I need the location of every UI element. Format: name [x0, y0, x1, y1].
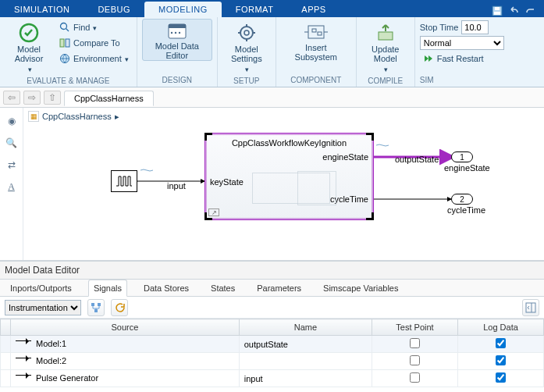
canvas[interactable]: ▦ CppClassHarness ▸ input CppClassWorkfl…: [23, 108, 544, 260]
group-caption-setup: SETUP: [222, 75, 271, 87]
simulation-mode-select[interactable]: Normal: [420, 36, 504, 50]
tab-debug[interactable]: DEBUG: [84, 2, 144, 17]
tab-modeling[interactable]: MODELING: [144, 2, 222, 17]
canvas-area: ◉ 🔍 ⇄ A ▦ CppClassHarness ▸ input: [0, 108, 544, 261]
mde-tab-inports[interactable]: Inports/Outports: [5, 280, 77, 297]
col-logdata[interactable]: Log Data: [458, 319, 544, 336]
group-setup: Model Settings SETUP: [218, 17, 276, 87]
table-row[interactable]: Model:1outputState: [1, 336, 544, 353]
port-keystate-label: keyState: [210, 177, 244, 187]
svg-rect-2: [495, 7, 500, 10]
model-advisor-label: Model Advisor: [15, 45, 44, 63]
model-data-editor-button[interactable]: Model Data Editor: [142, 19, 212, 61]
nav-forward-button[interactable]: ⇨: [23, 91, 41, 105]
outport-2-label: cycleTime: [447, 205, 485, 215]
group-design: Model Data Editor DESIGN: [137, 17, 218, 87]
insert-subsystem-button[interactable]: Insert Subsystem: [281, 19, 351, 62]
model-data-editor-label: Model Data Editor: [155, 41, 199, 60]
col-source[interactable]: Source: [11, 319, 240, 336]
signal-icon: [16, 340, 31, 349]
stop-time-input[interactable]: [461, 20, 489, 34]
tab-simulation[interactable]: SIMULATION: [0, 2, 84, 17]
group-caption-simulate: SIM: [420, 74, 539, 87]
model-settings-button[interactable]: Model Settings: [222, 19, 271, 75]
col-testpoint[interactable]: Test Point: [372, 319, 458, 336]
save-icon[interactable]: [491, 5, 503, 17]
outport-2[interactable]: 2: [451, 194, 473, 205]
block-model-reference[interactable]: CppClassWorkflowKeyIgnition keyState eng…: [204, 133, 374, 220]
svg-rect-24: [318, 32, 322, 35]
logdata-checkbox[interactable]: [496, 338, 506, 348]
mde-tabs: Inports/Outports Signals Data Stores Sta…: [0, 280, 544, 297]
outport-1[interactable]: 1: [451, 151, 473, 162]
svg-rect-23: [312, 29, 316, 32]
mde-tab-states[interactable]: States: [205, 280, 240, 297]
fast-restart-button[interactable]: Fast Restart: [420, 52, 504, 66]
block-title: CppClassWorkflowKeyIgnition: [205, 138, 373, 148]
open-model-icon[interactable]: ↗: [208, 208, 219, 216]
compare-to-label: Compare To: [73, 38, 120, 48]
svg-point-4: [61, 23, 67, 30]
explorer-bar: ⇦ ⇨ ⇧ CppClassHarness: [0, 87, 544, 108]
logdata-checkbox[interactable]: [496, 372, 506, 383]
table-row[interactable]: Pulse Generatorinput: [1, 370, 544, 387]
find-button[interactable]: Find: [56, 20, 132, 34]
svg-rect-1: [494, 12, 500, 15]
col-name[interactable]: Name: [239, 319, 372, 336]
subsystem-icon: [304, 23, 328, 41]
testpoint-checkbox[interactable]: [410, 372, 420, 383]
fast-restart-label: Fast Restart: [437, 54, 484, 63]
environment-label: Environment: [73, 54, 122, 63]
model-advisor-button[interactable]: Model Advisor: [5, 19, 53, 75]
environment-icon: [59, 53, 70, 64]
testpoint-checkbox[interactable]: [410, 338, 420, 348]
update-model-label: Update Model: [372, 45, 399, 63]
svg-point-15: [244, 30, 249, 35]
environment-button[interactable]: Environment: [56, 52, 132, 66]
mde-tab-parameters[interactable]: Parameters: [251, 280, 307, 297]
mde-tab-signals[interactable]: Signals: [88, 280, 127, 297]
mde-view-select[interactable]: Instrumentation: [5, 300, 81, 315]
nav-up-button[interactable]: ⇧: [44, 91, 61, 105]
model-tab[interactable]: CppClassHarness: [64, 91, 154, 106]
logdata-checkbox[interactable]: [496, 355, 506, 365]
hide-browser-icon[interactable]: ◉: [5, 114, 19, 128]
tab-format[interactable]: FORMAT: [222, 2, 288, 17]
outport-1-label: engineState: [444, 163, 490, 173]
signal-icon: [16, 358, 31, 366]
table-row[interactable]: Model:2: [1, 353, 544, 370]
signal-outputstate-label: outputState: [395, 155, 439, 164]
annotation-icon[interactable]: A: [5, 180, 19, 194]
group-simulate: Stop Time Normal Fast Restart SIM: [415, 17, 544, 87]
block-pulse-generator[interactable]: [111, 170, 137, 192]
redo-icon[interactable]: [525, 5, 536, 17]
compare-to-button[interactable]: Compare To: [56, 36, 132, 50]
model-data-editor: Model Data Editor Inports/Outports Signa…: [0, 261, 544, 392]
compare-icon: [59, 37, 70, 48]
svg-rect-10: [169, 24, 186, 28]
svg-rect-7: [66, 39, 69, 47]
group-compile: Update Model COMPILE: [357, 17, 415, 87]
svg-rect-31: [91, 303, 94, 306]
svg-point-12: [175, 32, 176, 34]
testpoint-checkbox[interactable]: [410, 355, 420, 365]
port-enginestate-label: engineState: [322, 152, 368, 162]
mde-tab-simscape[interactable]: Simscape Variables: [318, 280, 404, 297]
stop-time-label: Stop Time: [420, 23, 459, 32]
mde-hierarchy-button[interactable]: [87, 299, 105, 316]
undo-icon[interactable]: [508, 5, 521, 17]
mde-refresh-button[interactable]: [111, 299, 128, 316]
mde-toolbar: Instrumentation: [0, 297, 544, 319]
ribbon: Model Advisor Find Compare To Environmen…: [0, 17, 544, 87]
mde-collapse-button[interactable]: [522, 299, 539, 316]
model-data-editor-icon: [167, 23, 187, 40]
zoom-fit-icon[interactable]: 🔍: [5, 136, 19, 150]
toggle-perspective-icon[interactable]: ⇄: [5, 158, 19, 172]
nav-back-button[interactable]: ⇦: [3, 91, 20, 105]
update-model-button[interactable]: Update Model: [361, 19, 410, 75]
model-settings-label: Model Settings: [231, 45, 262, 63]
toolstrip-tabs: SIMULATION DEBUG MODELING FORMAT APPS: [0, 0, 544, 17]
find-label: Find: [73, 23, 90, 32]
mde-tab-datastores[interactable]: Data Stores: [138, 280, 194, 297]
tab-apps[interactable]: APPS: [287, 2, 340, 17]
